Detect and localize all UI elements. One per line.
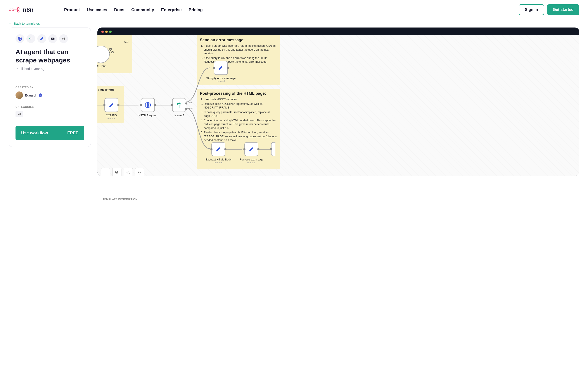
template-description-label: TEMPLATE DESCRIPTION [103, 198, 588, 201]
verified-icon [39, 94, 42, 97]
main-nav: Product Use cases Docs Community Enterpr… [64, 7, 203, 12]
nav-docs[interactable]: Docs [114, 7, 124, 12]
nav-usecases[interactable]: Use cases [87, 7, 107, 12]
logo-icon [9, 7, 21, 13]
nav-enterprise[interactable]: Enterprise [161, 7, 182, 12]
pencil-icon[interactable] [37, 34, 46, 43]
published-date: Published 1 year ago [16, 67, 84, 71]
node-partial-right[interactable] [271, 142, 276, 156]
nav-product[interactable]: Product [64, 7, 80, 12]
svg-rect-7 [110, 48, 111, 50]
zoom-out-icon [126, 171, 130, 174]
arrow-left-icon: ← [9, 22, 12, 25]
sticky-error-title: Send an error message: [200, 38, 277, 42]
more-icons-chip[interactable]: +6 [59, 34, 68, 43]
zoom-in-icon [115, 171, 119, 174]
template-title: AI agent that can scrape webpages [16, 48, 84, 64]
site-header: n8n Product Use cases Docs Community Ent… [0, 0, 588, 19]
template-details-card: M↓ +6 AI agent that can scrape webpages … [9, 28, 91, 147]
svg-point-0 [9, 9, 11, 11]
window-dots [98, 31, 579, 35]
signin-button[interactable]: Sign in [519, 4, 544, 15]
svg-point-2 [17, 7, 19, 9]
close-dot-icon [101, 31, 104, 33]
node-http-request[interactable]: HTTP Request [138, 98, 157, 117]
svg-point-3 [17, 11, 19, 12]
zoom-in-button[interactable] [112, 168, 121, 176]
node-config[interactable]: CONFIG manual [104, 98, 118, 120]
use-workflow-button[interactable]: Use workflow FREE [16, 126, 84, 140]
minimize-dot-icon [105, 31, 108, 33]
integration-icons: M↓ +6 [16, 34, 84, 43]
categories-label: CATEGORIES [16, 105, 84, 109]
undo-icon [138, 171, 142, 174]
nav-pricing[interactable]: Pricing [189, 7, 202, 12]
workflow-preview: + + Tool equest_Tool for a page length S… [98, 28, 579, 176]
pencil-icon [108, 101, 115, 109]
pencil-icon [248, 146, 255, 153]
fit-view-button[interactable] [101, 168, 110, 176]
node-is-error[interactable]: true false Is error? [172, 98, 186, 117]
svg-point-1 [12, 9, 14, 11]
signpost-icon [176, 101, 183, 109]
node-stringify-error[interactable]: Stringify error message manual [206, 61, 235, 82]
use-workflow-label: Use workflow [21, 130, 48, 135]
back-link-text: Back to templates [14, 22, 40, 25]
logo[interactable]: n8n [9, 6, 34, 13]
logo-text: n8n [23, 6, 34, 13]
svg-text:M↓: M↓ [52, 38, 53, 40]
created-by-label: CREATED BY [16, 86, 84, 89]
fit-view-icon [103, 171, 107, 174]
connector [118, 105, 138, 105]
pencil-icon [217, 64, 224, 71]
pencil-icon [215, 146, 222, 153]
maximize-dot-icon [109, 31, 112, 33]
header-actions: Sign in Get started [519, 4, 579, 15]
category-chip-ai[interactable]: AI [16, 111, 23, 117]
author-row[interactable]: Eduard [16, 92, 84, 99]
author-name: Eduard [25, 94, 36, 97]
undo-button[interactable] [135, 168, 144, 176]
sticky-post-title: Post-processing of the HTML page: [200, 91, 277, 96]
globe-icon [144, 101, 151, 109]
getstarted-button[interactable]: Get started [547, 4, 579, 15]
globe-icon[interactable] [16, 34, 24, 43]
signpost-icon[interactable] [26, 34, 35, 43]
svg-rect-9 [112, 52, 113, 53]
workflow-canvas[interactable]: + + Tool equest_Tool for a page length S… [98, 35, 579, 176]
nav-community[interactable]: Community [131, 7, 154, 12]
node-remove-extra-tags[interactable]: Remove extra tags manual [239, 142, 263, 164]
canvas-controls [101, 168, 144, 176]
node-extract-html-body[interactable]: Exctract HTML Body manual [206, 142, 231, 164]
price-label: FREE [67, 130, 78, 135]
back-to-templates-link[interactable]: ← Back to templates [9, 22, 588, 25]
zoom-out-button[interactable] [124, 168, 133, 176]
markdown-icon[interactable]: M↓ [48, 34, 57, 43]
avatar [16, 92, 23, 99]
